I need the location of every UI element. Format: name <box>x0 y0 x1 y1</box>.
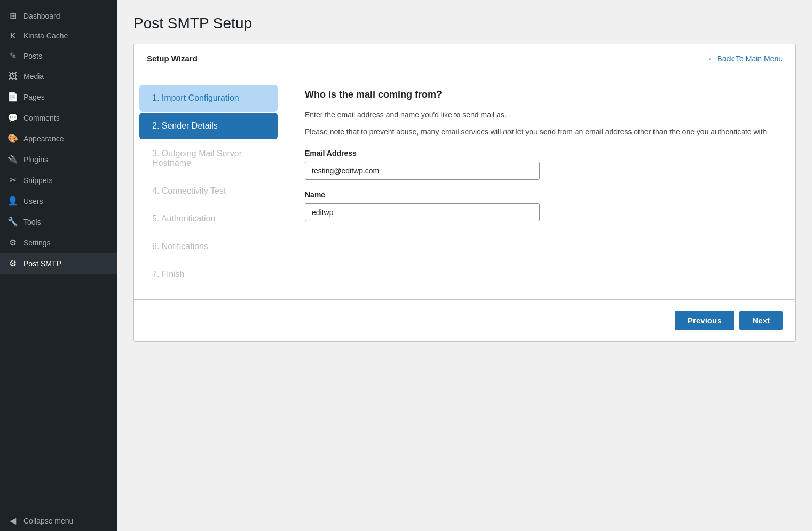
sidebar-item-collapse[interactable]: ◀ Collapse menu <box>0 510 117 531</box>
pages-icon: 📄 <box>7 92 18 102</box>
step-label: Outgoing Mail Server Hostname <box>152 149 242 168</box>
posts-icon: ✎ <box>7 51 18 61</box>
back-link-icon: ← <box>707 54 715 63</box>
desc2-italic: not <box>503 128 513 136</box>
desc2-before: Please note that to prevent abuse, many … <box>305 128 503 136</box>
page-title: Post SMTP Setup <box>133 15 796 32</box>
sidebar-item-label: Kinsta Cache <box>23 31 68 40</box>
sidebar-item-label: Settings <box>23 239 51 247</box>
settings-icon: ⚙ <box>7 237 18 248</box>
comments-icon: 💬 <box>7 113 18 123</box>
name-input[interactable] <box>305 203 540 221</box>
main-content: Post SMTP Setup Setup Wizard ← Back To M… <box>117 0 812 531</box>
step-outgoing-mail-server[interactable]: 3. Outgoing Mail Server Hostname <box>139 140 278 177</box>
sidebar-item-posts[interactable]: ✎ Posts <box>0 45 117 66</box>
sidebar-item-comments[interactable]: 💬 Comments <box>0 107 117 128</box>
step-number: 7. <box>152 270 162 279</box>
collapse-icon: ◀ <box>7 516 18 526</box>
sidebar-item-pages[interactable]: 📄 Pages <box>0 86 117 107</box>
email-input[interactable] <box>305 162 540 180</box>
step-label: Import Configuration <box>162 93 239 102</box>
step-notifications[interactable]: 6. Notifications <box>139 233 278 260</box>
step-sender-details[interactable]: 2. Sender Details <box>139 113 278 139</box>
tools-icon: 🔧 <box>7 217 18 227</box>
step-number: 2. <box>152 121 162 130</box>
sidebar-item-label: Users <box>23 197 43 205</box>
sidebar-item-label: Plugins <box>23 155 48 164</box>
sidebar-item-label: Snippets <box>23 176 52 185</box>
sidebar-item-dashboard[interactable]: ⊞ Dashboard <box>0 5 117 26</box>
sidebar-item-kinsta-cache[interactable]: K Kinsta Cache <box>0 26 117 45</box>
name-label: Name <box>305 191 774 199</box>
sidebar-item-label: Appearance <box>23 134 64 143</box>
step-finish[interactable]: 7. Finish <box>139 261 278 288</box>
previous-button[interactable]: Previous <box>675 311 734 330</box>
next-button[interactable]: Next <box>739 311 783 330</box>
sidebar-item-label: Media <box>23 72 44 81</box>
step-label: Connectivity Test <box>162 186 226 195</box>
step-authentication[interactable]: 5. Authentication <box>139 205 278 232</box>
step-connectivity-test[interactable]: 4. Connectivity Test <box>139 178 278 204</box>
sidebar-item-appearance[interactable]: 🎨 Appearance <box>0 128 117 149</box>
snippets-icon: ✂ <box>7 175 18 185</box>
sidebar-item-users[interactable]: 👤 Users <box>0 191 117 211</box>
media-icon: 🖼 <box>7 72 18 81</box>
step-label: Sender Details <box>162 121 218 130</box>
step-label: Notifications <box>162 242 208 251</box>
sidebar-item-post-smtp[interactable]: ⚙ Post SMTP <box>0 253 117 274</box>
content-description1: Enter the email address and name you'd l… <box>305 109 774 121</box>
sidebar-item-label: Comments <box>23 114 60 122</box>
sidebar-item-label: Tools <box>23 218 41 226</box>
appearance-icon: 🎨 <box>7 133 18 144</box>
sidebar-item-label: Post SMTP <box>23 259 61 268</box>
dashboard-icon: ⊞ <box>7 11 18 21</box>
sidebar-item-label: Collapse menu <box>23 517 73 525</box>
step-number: 5. <box>152 214 161 223</box>
card-footer: Previous Next <box>134 299 795 341</box>
sidebar-item-label: Pages <box>23 93 45 101</box>
card-header: Setup Wizard ← Back To Main Menu <box>134 44 795 73</box>
wizard-body: 1. Import Configuration 2. Sender Detail… <box>134 73 795 299</box>
step-number: 1. <box>152 93 162 102</box>
setup-wizard-card: Setup Wizard ← Back To Main Menu 1. Impo… <box>133 44 796 342</box>
content-panel: Who is the mail coming from? Enter the e… <box>283 73 795 299</box>
step-number: 4. <box>152 186 162 195</box>
back-to-main-menu-link[interactable]: ← Back To Main Menu <box>707 54 783 63</box>
step-import-configuration[interactable]: 1. Import Configuration <box>139 85 278 112</box>
desc2-after: let you send from an email address other… <box>514 128 769 136</box>
step-number: 3. <box>152 149 162 158</box>
users-icon: 👤 <box>7 196 18 206</box>
content-description2: Please note that to prevent abuse, many … <box>305 126 774 138</box>
steps-panel: 1. Import Configuration 2. Sender Detail… <box>134 73 283 299</box>
step-label: Finish <box>162 270 185 279</box>
sidebar-item-plugins[interactable]: 🔌 Plugins <box>0 149 117 170</box>
content-heading: Who is the mail coming from? <box>305 89 774 100</box>
back-link-label: Back To Main Menu <box>717 54 783 63</box>
post-smtp-icon: ⚙ <box>7 258 18 268</box>
sidebar-item-media[interactable]: 🖼 Media <box>0 66 117 86</box>
sidebar-item-settings[interactable]: ⚙ Settings <box>0 232 117 253</box>
sidebar-item-label: Dashboard <box>23 12 60 20</box>
step-number: 6. <box>152 242 162 251</box>
sidebar-item-snippets[interactable]: ✂ Snippets <box>0 170 117 191</box>
step-label: Authentication <box>161 214 215 223</box>
sidebar-item-label: Posts <box>23 52 42 60</box>
kinsta-icon: K <box>7 31 18 40</box>
sidebar-item-tools[interactable]: 🔧 Tools <box>0 211 117 232</box>
email-label: Email Address <box>305 149 774 157</box>
sidebar: ⊞ Dashboard K Kinsta Cache ✎ Posts 🖼 Med… <box>0 0 117 531</box>
card-header-title: Setup Wizard <box>147 54 198 63</box>
plugins-icon: 🔌 <box>7 154 18 164</box>
